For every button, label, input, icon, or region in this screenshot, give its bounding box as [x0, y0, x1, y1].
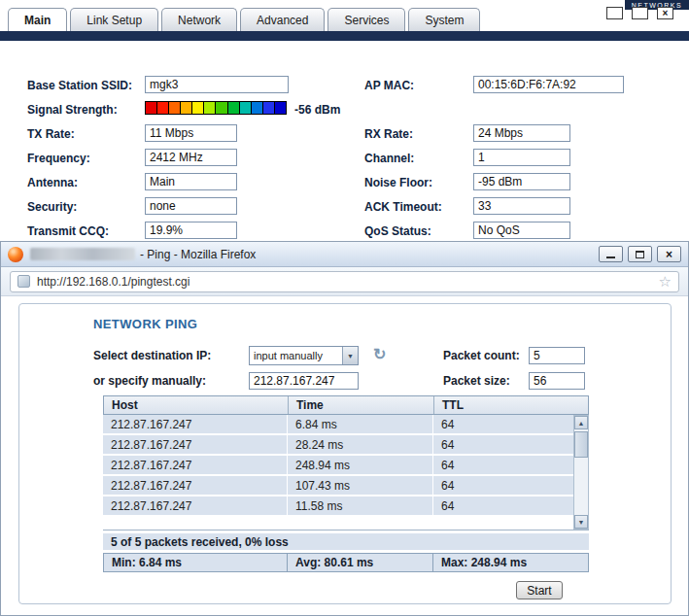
cell-host: 212.87.167.247	[103, 496, 288, 515]
ack-timeout-label: ACK Timeout:	[364, 200, 442, 214]
cell-time: 28.24 ms	[288, 435, 433, 454]
start-button[interactable]: Start	[516, 581, 563, 599]
cell-time: 107.43 ms	[288, 476, 433, 495]
cell-host: 212.87.167.247	[103, 415, 288, 433]
signal-strength-label: Signal Strength:	[27, 103, 118, 117]
cell-host: 212.87.167.247	[103, 456, 288, 474]
titlebar[interactable]: - Ping - Mozilla Firefox ×	[1, 242, 688, 267]
ssid-input[interactable]	[145, 76, 289, 93]
stat-avg: Avg: 80.61 ms	[288, 554, 433, 571]
scroll-up-icon[interactable]: ▲	[574, 416, 588, 429]
destination-ip-label: Select destination IP:	[93, 349, 211, 362]
stat-max: Max: 248.94 ms	[433, 554, 588, 571]
security-input[interactable]	[145, 197, 237, 215]
location-bar[interactable]: http://192.168.0.1/pingtest.cgi ☆	[10, 271, 679, 292]
url-text[interactable]: http://192.168.0.1/pingtest.cgi	[37, 275, 189, 289]
minimize-button[interactable]	[599, 246, 623, 262]
manual-ip-input[interactable]	[249, 372, 359, 390]
table-row: 212.87.167.247 248.94 ms 64	[103, 456, 573, 474]
security-label: Security:	[27, 200, 77, 214]
signal-strength-value: -56 dBm	[294, 103, 340, 117]
destination-ip-select[interactable]: input manually ▼	[249, 346, 359, 365]
location-bar-row: http://192.168.0.1/pingtest.cgi ☆	[1, 267, 688, 296]
noise-floor-label: Noise Floor:	[364, 176, 432, 189]
firefox-icon	[8, 247, 23, 262]
column-header-time: Time	[289, 396, 434, 414]
table-header-row: Host Time TTL	[103, 395, 589, 415]
antenna-label: Antenna:	[27, 176, 78, 189]
bookmark-star-icon[interactable]: ☆	[659, 274, 672, 289]
table-row: 212.87.167.247 11.58 ms 64	[103, 496, 573, 515]
cell-ttl: 64	[433, 456, 573, 474]
qos-status-label: QoS Status:	[364, 224, 431, 238]
tab-link-setup[interactable]: Link Setup	[70, 8, 158, 31]
table-row: 212.87.167.247 6.84 ms 64	[103, 415, 573, 433]
table-row: 212.87.167.247 28.24 ms 64	[103, 435, 573, 454]
scrollbar-thumb[interactable]	[574, 431, 588, 458]
qos-status-input[interactable]	[473, 222, 570, 239]
rx-rate-input[interactable]	[473, 124, 570, 142]
ping-results-table: Host Time TTL 212.87.167.247 6.84 ms 64 …	[103, 395, 589, 530]
signal-strength-bar	[145, 101, 287, 115]
column-header-ttl: TTL	[434, 396, 588, 414]
packet-size-label: Packet size:	[443, 374, 510, 388]
close-icon[interactable]: ×	[657, 7, 673, 19]
cell-host: 212.87.167.247	[103, 476, 288, 495]
chevron-down-icon: ▼	[342, 347, 358, 364]
ap-mac-label: AP MAC:	[364, 79, 414, 92]
tab-main[interactable]: Main	[8, 8, 67, 31]
cell-ttl: 64	[433, 415, 573, 433]
restore-icon[interactable]	[632, 7, 648, 19]
transmit-ccq-label: Transmit CCQ:	[27, 224, 109, 238]
ack-timeout-input[interactable]	[473, 197, 570, 215]
ap-mac-input[interactable]	[473, 76, 624, 93]
tab-advanced[interactable]: Advanced	[240, 8, 325, 31]
cell-time: 6.84 ms	[288, 415, 433, 433]
minimize-icon	[606, 257, 615, 258]
redacted-title-segment	[30, 248, 135, 260]
packets-summary: 5 of 5 packets received, 0% loss	[103, 533, 589, 550]
window-title-text: - Ping - Mozilla Firefox	[140, 248, 256, 261]
tab-system[interactable]: System	[408, 8, 480, 31]
channel-label: Channel:	[364, 152, 414, 165]
site-icon	[17, 275, 30, 288]
frequency-label: Frequency:	[27, 152, 90, 165]
firefox-window: - Ping - Mozilla Firefox × http://192.16…	[0, 241, 689, 616]
refresh-icon[interactable]: ↻	[373, 345, 386, 363]
table-body: 212.87.167.247 6.84 ms 64 212.87.167.247…	[103, 415, 589, 530]
outer-window-controls: ×	[606, 7, 673, 19]
table-row: 212.87.167.247 107.43 ms 64	[103, 476, 573, 495]
maximize-button[interactable]	[628, 246, 652, 262]
cell-ttl: 64	[433, 496, 573, 515]
noise-floor-input[interactable]	[473, 173, 570, 190]
ping-panel: NETWORK PING Select destination IP: inpu…	[18, 303, 672, 604]
antenna-input[interactable]	[145, 173, 237, 190]
window-title: - Ping - Mozilla Firefox	[23, 248, 256, 261]
ping-stats-row: Min: 6.84 ms Avg: 80.61 ms Max: 248.94 m…	[103, 553, 589, 572]
table-scrollbar[interactable]: ▲ ▼	[573, 415, 589, 530]
stat-min: Min: 6.84 ms	[104, 554, 288, 571]
packet-count-input[interactable]	[529, 347, 585, 364]
scroll-down-icon[interactable]: ▼	[574, 515, 588, 529]
cell-host: 212.87.167.247	[103, 435, 288, 454]
cell-time: 248.94 ms	[288, 456, 433, 474]
tab-services[interactable]: Services	[327, 8, 405, 31]
frequency-input[interactable]	[145, 149, 237, 166]
tx-rate-label: TX Rate:	[27, 127, 75, 141]
tx-rate-input[interactable]	[145, 124, 237, 142]
packet-size-input[interactable]	[529, 372, 585, 390]
transmit-ccq-input[interactable]	[145, 222, 237, 239]
cell-ttl: 64	[433, 435, 573, 454]
page-content: NETWORK PING Select destination IP: inpu…	[1, 296, 688, 615]
tab-network[interactable]: Network	[161, 8, 237, 31]
page-title: NETWORK PING	[93, 317, 197, 331]
destination-ip-selected-value: input manually	[250, 350, 342, 361]
tab-bar: Main Link Setup Network Advanced Service…	[8, 8, 480, 31]
cell-ttl: 64	[433, 476, 573, 495]
specify-manually-label: or specify manually:	[93, 374, 206, 388]
channel-input[interactable]	[473, 149, 570, 166]
close-button[interactable]: ×	[657, 246, 681, 262]
minimize-icon[interactable]	[606, 7, 623, 19]
packet-count-label: Packet count:	[443, 349, 520, 362]
nav-band	[0, 31, 689, 41]
